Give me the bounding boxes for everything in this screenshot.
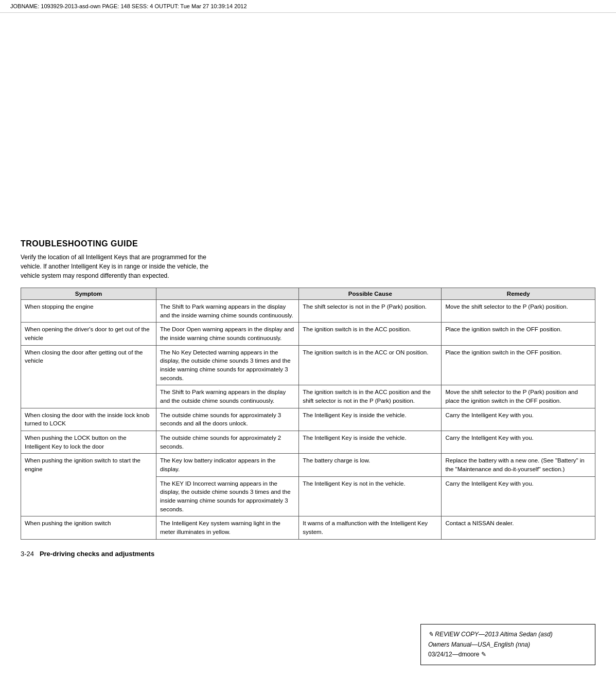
remedy-cell: Move the shift selector to the P (Park) … <box>442 385 595 408</box>
page-chapter-label: Pre-driving checks and adjustments <box>40 550 154 558</box>
remedy-cell: Replace the battery with a new one. (See… <box>442 454 595 476</box>
table-row: When pushing the ignition switch to star… <box>21 454 595 476</box>
remedy-cell: Carry the Intelligent Key with you. <box>442 431 595 454</box>
detail-cell: The Shift to Park warning appears in the… <box>156 300 299 323</box>
section-title: TROUBLESHOOTING GUIDE <box>21 239 595 248</box>
detail-cell: The No Key Detected warning appears in t… <box>156 345 299 385</box>
review-line2: Owners Manual—USA_English (nna) <box>428 640 588 650</box>
detail-cell: The outside chime sounds for approximate… <box>156 431 299 454</box>
detail-cell: The Shift to Park warning appears in the… <box>156 385 299 408</box>
symptom-cell: When closing the door with the inside lo… <box>21 408 156 431</box>
cause-cell: It warns of a malfunction with the Intel… <box>299 516 442 539</box>
cause-cell: The ignition switch is in the ACC positi… <box>299 385 442 408</box>
cause-cell: The ignition switch is in the ACC positi… <box>299 323 442 345</box>
col-header-cause: Possible Cause <box>299 288 442 300</box>
col-header-remedy: Remedy <box>442 288 595 300</box>
review-line3: 03/24/12—dmoore ✎ <box>428 650 588 659</box>
cause-cell: The Intelligent Key is inside the vehicl… <box>299 408 442 431</box>
cause-cell: The ignition switch is in the ACC or ON … <box>299 345 442 385</box>
symptom-cell: When pushing the LOCK button on the Inte… <box>21 431 156 454</box>
remedy-cell: Move the shift selector to the P (Park) … <box>442 300 595 323</box>
symptom-cell: When pushing the ignition switch to star… <box>21 454 156 516</box>
cause-cell: The Intelligent Key is not in the vehicl… <box>299 476 442 516</box>
detail-cell: The KEY ID Incorrect warning appears in … <box>156 476 299 516</box>
troubleshoot-table: Symptom Possible Cause Remedy When stopp… <box>21 288 595 540</box>
table-row: When pushing the ignition switchThe Inte… <box>21 516 595 539</box>
cause-cell: The shift selector is not in the P (Park… <box>299 300 442 323</box>
detail-cell: The Key low battery indicator appears in… <box>156 454 299 476</box>
detail-cell: The outside chime sounds for approximate… <box>156 408 299 431</box>
page-number-section: 3-24 Pre-driving checks and adjustments <box>21 550 595 558</box>
intro-text: Verify the location of all Intelligent K… <box>21 253 216 280</box>
table-row: When stopping the engineThe Shift to Par… <box>21 300 595 323</box>
remedy-cell: Contact a NISSAN dealer. <box>442 516 595 539</box>
page-number: 3-24 <box>21 550 34 558</box>
detail-cell: The Intelligent Key system warning light… <box>156 516 299 539</box>
cause-cell: The battery charge is low. <box>299 454 442 476</box>
remedy-cell: Carry the Intelligent Key with you. <box>442 408 595 431</box>
remedy-cell: Place the ignition switch in the OFF pos… <box>442 323 595 345</box>
detail-cell: The Door Open warning appears in the dis… <box>156 323 299 345</box>
review-box: ✎ REVIEW COPY—2013 Altima Sedan (asd) Ow… <box>420 624 595 665</box>
page-header: JOBNAME: 1093929-2013-asd-own PAGE: 148 … <box>0 0 616 13</box>
symptom-cell: When pushing the ignition switch <box>21 516 156 539</box>
review-line1: ✎ REVIEW COPY—2013 Altima Sedan (asd) <box>428 630 588 639</box>
symptom-cell: When opening the driver's door to get ou… <box>21 323 156 345</box>
remedy-cell: Place the ignition switch in the OFF pos… <box>442 345 595 385</box>
symptom-cell: When stopping the engine <box>21 300 156 323</box>
cause-cell: The Intelligent Key is inside the vehicl… <box>299 431 442 454</box>
table-row: When closing the door after getting out … <box>21 345 595 385</box>
table-row: When pushing the LOCK button on the Inte… <box>21 431 595 454</box>
table-row: When opening the driver's door to get ou… <box>21 323 595 345</box>
symptom-cell: When closing the door after getting out … <box>21 345 156 408</box>
col-header-symptom: Symptom <box>21 288 156 300</box>
remedy-cell: Carry the Intelligent Key with you. <box>442 476 595 516</box>
col-header-detail <box>156 288 299 300</box>
table-row: When closing the door with the inside lo… <box>21 408 595 431</box>
